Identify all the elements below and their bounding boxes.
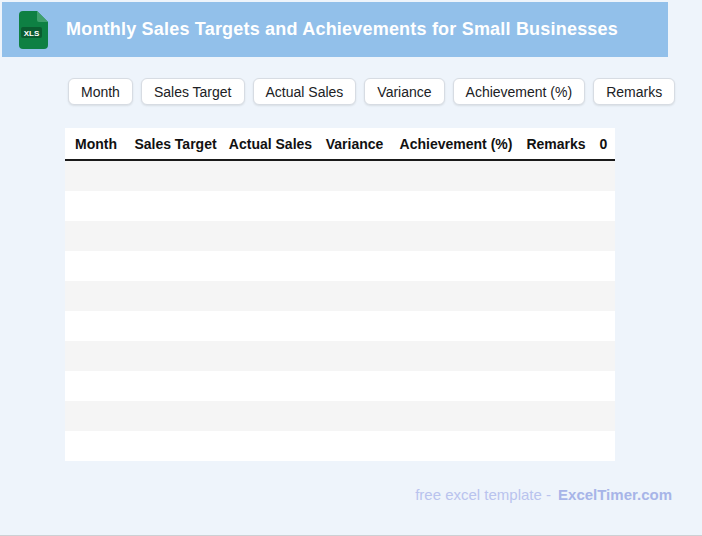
chip-remarks[interactable]: Remarks — [593, 78, 675, 105]
table-header-row: MonthSales TargetActual SalesVarianceAch… — [65, 128, 615, 161]
table-row — [65, 251, 615, 281]
chip-sales-target[interactable]: Sales Target — [141, 78, 245, 105]
footer: free excel template -ExcelTimer.com — [0, 487, 702, 503]
table-row — [65, 311, 615, 341]
table-row — [65, 281, 615, 311]
footer-brand-link[interactable]: ExcelTimer.com — [558, 486, 672, 503]
column-header-actual-sales: Actual Sales — [224, 128, 317, 159]
table-body — [65, 161, 615, 461]
xls-badge-label: XLS — [24, 28, 40, 37]
chip-achievement[interactable]: Achievement (%) — [453, 78, 586, 105]
chip-actual-sales[interactable]: Actual Sales — [253, 78, 357, 105]
table-row — [65, 221, 615, 251]
column-header-sales-target: Sales Target — [127, 128, 224, 159]
data-table: MonthSales TargetActual SalesVarianceAch… — [65, 128, 615, 461]
chip-month[interactable]: Month — [68, 78, 133, 105]
table-row — [65, 341, 615, 371]
xls-file-icon: XLS — [18, 11, 48, 49]
column-header-0: 0 — [592, 128, 615, 159]
column-header-achievement: Achievement (%) — [392, 128, 520, 159]
chip-variance[interactable]: Variance — [364, 78, 444, 105]
table-row — [65, 371, 615, 401]
page-title: Monthly Sales Targets and Achievements f… — [66, 19, 618, 40]
table-row — [65, 431, 615, 461]
table-row — [65, 401, 615, 431]
footer-text: free excel template - — [415, 486, 551, 503]
column-header-month: Month — [65, 128, 127, 159]
page: XLS Monthly Sales Targets and Achievemen… — [0, 0, 702, 536]
header-bar: XLS Monthly Sales Targets and Achievemen… — [2, 2, 668, 57]
table-row — [65, 191, 615, 221]
column-header-variance: Variance — [317, 128, 392, 159]
column-chips-row: MonthSales TargetActual SalesVarianceAch… — [68, 78, 702, 105]
column-header-remarks: Remarks — [520, 128, 592, 159]
table-row — [65, 161, 615, 191]
